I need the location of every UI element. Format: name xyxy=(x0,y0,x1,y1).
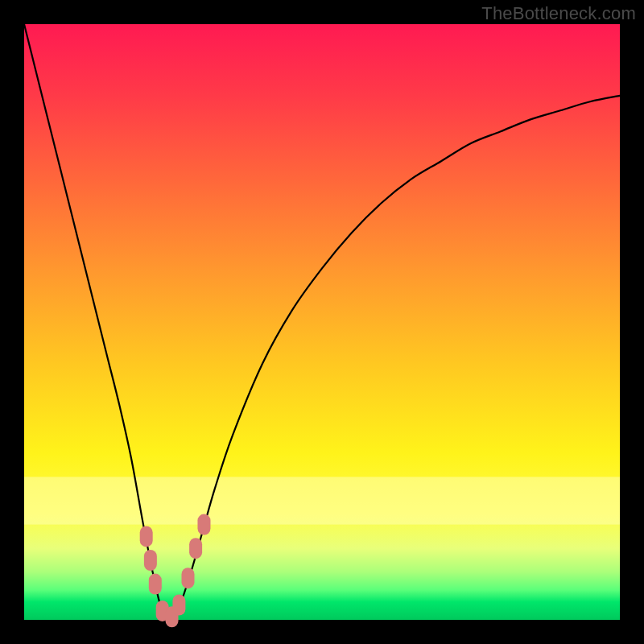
curve-marker xyxy=(149,574,162,595)
curve-marker xyxy=(182,568,195,588)
curve-marker xyxy=(172,595,185,616)
chart-frame: TheBottleneck.com xyxy=(0,0,644,644)
curve-markers xyxy=(140,514,211,628)
plot-area xyxy=(24,24,620,620)
curve-marker xyxy=(140,526,153,547)
curve-marker xyxy=(144,550,157,571)
curve-marker xyxy=(189,538,202,559)
bottleneck-curve xyxy=(24,24,620,621)
pale-highlight-band xyxy=(24,477,620,524)
chart-svg xyxy=(24,24,620,620)
curve-marker xyxy=(197,514,210,535)
watermark-text: TheBottleneck.com xyxy=(481,3,636,24)
